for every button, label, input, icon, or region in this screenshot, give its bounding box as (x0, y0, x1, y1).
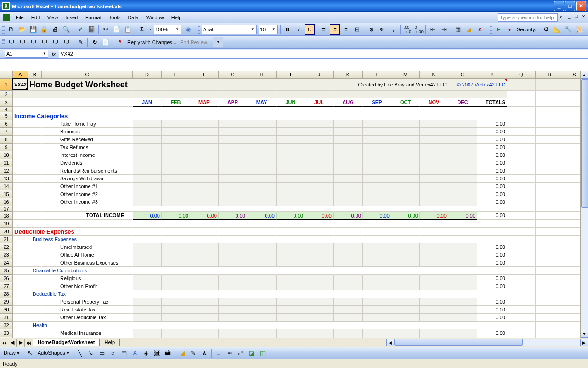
cell[interactable] (363, 128, 391, 136)
wordart-button[interactable]: A (130, 348, 140, 358)
cell[interactable] (536, 282, 564, 290)
menu-insert[interactable]: Insert (62, 13, 82, 22)
menu-window[interactable]: Window (142, 13, 168, 22)
cell[interactable] (133, 136, 162, 144)
cell[interactable] (536, 167, 564, 175)
open-button[interactable]: 📂 (17, 24, 27, 34)
cell[interactable] (334, 243, 363, 251)
cell[interactable] (391, 151, 420, 159)
cell[interactable] (13, 107, 28, 112)
cell[interactable] (190, 206, 219, 212)
cell[interactable] (391, 159, 420, 167)
spelling-button[interactable]: ✓ (75, 24, 85, 34)
cell[interactable] (190, 314, 219, 322)
cell[interactable]: Office At Home (42, 251, 133, 259)
cell[interactable] (219, 107, 247, 112)
cell[interactable] (448, 220, 477, 228)
cell[interactable]: Deductible Expenses (13, 228, 133, 236)
cell[interactable] (391, 175, 420, 183)
cell[interactable] (305, 120, 334, 128)
cell[interactable] (334, 206, 363, 212)
cell[interactable] (334, 314, 363, 322)
cell[interactable] (334, 159, 363, 167)
cell[interactable] (247, 206, 277, 212)
cell[interactable] (507, 275, 536, 282)
cell[interactable] (391, 259, 420, 267)
cell[interactable] (162, 151, 190, 159)
cell[interactable]: Take Home Pay (42, 120, 133, 128)
cell[interactable] (247, 112, 277, 120)
cell[interactable] (420, 151, 448, 159)
cell[interactable] (277, 151, 305, 159)
menu-data[interactable]: Data (124, 13, 142, 22)
cell[interactable] (133, 144, 162, 151)
col-header-K[interactable]: K (334, 71, 363, 78)
clipart-button[interactable]: 🖼 (152, 348, 162, 358)
align-right-button[interactable]: ≡ (341, 24, 351, 34)
cell[interactable] (219, 267, 247, 275)
cell[interactable] (219, 236, 247, 243)
cell[interactable] (448, 175, 477, 183)
cell[interactable] (219, 220, 247, 228)
cell[interactable] (420, 290, 448, 298)
col-header-E[interactable]: E (162, 71, 190, 78)
cell[interactable] (420, 329, 448, 337)
cell[interactable] (162, 128, 190, 136)
cell[interactable] (536, 259, 564, 267)
cell[interactable] (305, 236, 334, 243)
cell[interactable] (277, 220, 305, 228)
cell[interactable] (334, 198, 363, 206)
cell[interactable] (507, 107, 536, 112)
copy-button[interactable]: 📄 (112, 24, 122, 34)
cell[interactable]: 0.00 (477, 190, 507, 198)
cell[interactable] (507, 136, 536, 144)
col-header-F[interactable]: F (190, 71, 219, 78)
cell[interactable] (363, 112, 391, 120)
cell[interactable] (133, 151, 162, 159)
cell[interactable] (190, 259, 219, 267)
cell[interactable] (277, 107, 305, 112)
cell[interactable] (391, 206, 420, 212)
cell[interactable] (162, 107, 190, 112)
cell[interactable]: FEB (162, 98, 190, 107)
cell[interactable] (42, 206, 133, 212)
cell[interactable] (507, 236, 536, 243)
cell[interactable] (133, 175, 162, 183)
cell[interactable] (448, 190, 477, 198)
cell[interactable]: 0.00 (133, 212, 162, 220)
cell[interactable] (477, 290, 507, 298)
cell[interactable]: 0.00 (448, 212, 477, 220)
cell[interactable]: 0.00 (477, 306, 507, 314)
cell[interactable] (13, 183, 42, 190)
cell[interactable]: Deductible Tax (28, 290, 133, 298)
cell[interactable] (536, 151, 564, 159)
cell[interactable] (448, 206, 477, 212)
cell[interactable] (363, 290, 391, 298)
cell[interactable] (391, 183, 420, 190)
cell[interactable] (162, 290, 190, 298)
cell[interactable] (190, 329, 219, 337)
borders-button[interactable]: ▦ (453, 24, 463, 34)
cell[interactable] (536, 107, 564, 112)
cell[interactable] (277, 314, 305, 322)
cell[interactable]: 0.00 (477, 183, 507, 190)
cell[interactable] (133, 251, 162, 259)
cell[interactable] (391, 120, 420, 128)
cell[interactable] (277, 136, 305, 144)
cell[interactable] (305, 79, 334, 91)
cell[interactable] (391, 136, 420, 144)
row-header-12[interactable]: 12 (0, 167, 13, 175)
tab-last-button[interactable]: ⏭ (25, 339, 33, 347)
cell[interactable] (507, 298, 536, 306)
cell[interactable]: TOTALS (477, 98, 507, 107)
cell[interactable] (190, 275, 219, 282)
cell[interactable] (247, 282, 277, 290)
cell[interactable] (28, 220, 42, 228)
cell[interactable] (247, 267, 277, 275)
cell[interactable] (448, 128, 477, 136)
script-editor-button[interactable]: 📜 (574, 24, 584, 34)
cell[interactable] (536, 144, 564, 151)
formula-input[interactable] (59, 50, 588, 58)
minimize-button[interactable]: _ (554, 1, 564, 11)
autoshapes-menu[interactable]: AutoShapes ▾ (36, 350, 71, 356)
